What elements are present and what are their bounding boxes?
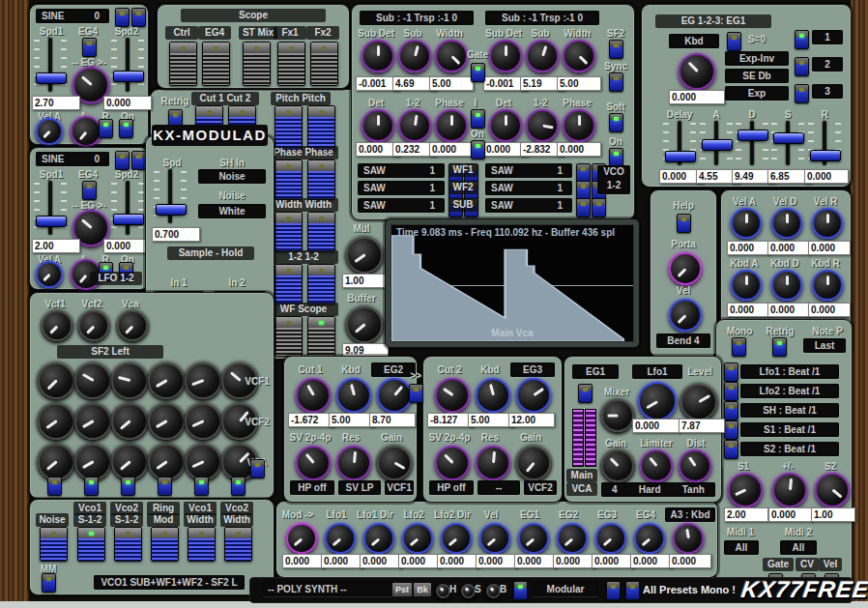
sf2-matrix-knob-r2c1[interactable] — [38, 403, 74, 440]
phase-slider-1[interactable] — [275, 159, 303, 200]
sf2-matrix-knob-r3c2[interactable] — [74, 444, 111, 480]
beat-sync-toggle-1[interactable] — [724, 362, 738, 382]
eg-curve-select-1[interactable]: Exp-Inv — [725, 51, 789, 66]
vca-limiter-knob[interactable] — [640, 449, 673, 482]
mod-amount-knob-6[interactable] — [479, 523, 510, 554]
lfo1-on-toggle[interactable] — [119, 119, 133, 138]
slider-handle[interactable] — [36, 72, 67, 84]
velkbd-kbdd-value[interactable]: 0.000 — [767, 303, 810, 317]
slider-handle[interactable] — [702, 139, 733, 151]
vca-level-value[interactable]: 7.87 — [679, 419, 725, 433]
scope-slider-eg4[interactable] — [202, 42, 230, 86]
vco2-wave-3-toggle-a[interactable] — [576, 198, 591, 217]
velkbd-velr-knob[interactable] — [812, 208, 843, 239]
lfo2-option-toggle-1[interactable] — [115, 151, 130, 170]
vco-sync-toggle[interactable] — [609, 72, 623, 92]
scope-slider-stmix[interactable] — [243, 42, 271, 86]
mod-amount-knob-11[interactable] — [673, 523, 704, 554]
seq-knob-2[interactable] — [772, 473, 807, 507]
preset-name-display[interactable]: -- POLY SYNTH -- — [262, 582, 393, 596]
lfo2-spd1-slider[interactable] — [34, 181, 67, 235]
mixer-slider-3[interactable] — [114, 527, 142, 562]
sh-in-select[interactable]: Noise — [198, 169, 266, 184]
beat-sync-toggle-2[interactable] — [724, 382, 738, 401]
sf2-matrix-knob-r1c1[interactable] — [38, 362, 74, 399]
mixer-slider-5[interactable] — [188, 527, 216, 562]
sf2-matrix-knob-r3c3[interactable] — [111, 444, 148, 480]
scope-pitch1-slider[interactable] — [275, 105, 303, 152]
vcf2-cut2-value[interactable]: -8.127 — [427, 413, 474, 427]
vcf2-cut2-knob[interactable] — [435, 378, 470, 413]
vco1-det2-knob[interactable] — [362, 109, 394, 142]
noise-color-select[interactable]: White — [198, 204, 266, 218]
vco1-waveform-2-select[interactable]: SAW1 — [358, 181, 445, 195]
phase-slider-2[interactable] — [307, 159, 335, 200]
eg-r-value[interactable]: 0.000 — [804, 169, 849, 184]
mod-amount-value-6[interactable]: 0.000 — [476, 554, 518, 568]
sf2-col-toggle-2[interactable] — [84, 477, 99, 496]
vcf1-cut1-knob[interactable] — [296, 378, 331, 413]
osc12-slider-2[interactable] — [307, 264, 335, 304]
scope-slider-fx2[interactable] — [310, 42, 338, 86]
sf2-col-toggle-4[interactable] — [158, 477, 172, 496]
lfo2-option-toggle-2[interactable] — [131, 151, 146, 170]
lfo1-wave-display[interactable]: SINE0 — [36, 9, 109, 23]
velkbd-kbda-knob[interactable] — [731, 270, 762, 301]
eg-kbd-mode-select[interactable]: Kbd — [669, 34, 719, 48]
vco2-sub-trsp-display[interactable]: Sub : -1 Trsp :-1 0 — [485, 11, 599, 25]
eg-kbd-amount-knob[interactable] — [679, 53, 715, 90]
vco2-wave-3-toggle-b[interactable] — [592, 198, 606, 217]
vca-lfo-value[interactable]: 0.000 — [632, 419, 680, 433]
lfo1-spd2-value[interactable]: 0.000 — [103, 96, 152, 110]
mod-amount-knob-4[interactable] — [402, 523, 433, 554]
mod-amount-value-5[interactable]: 0.000 — [437, 554, 479, 568]
vco1-waveform-3-select[interactable]: SAW1 — [358, 198, 445, 213]
vco-soft-toggle[interactable] — [609, 113, 623, 132]
lfo1-option-toggle-1[interactable] — [115, 8, 130, 27]
lfo1-a-knob[interactable] — [71, 116, 101, 147]
vco1-phase2-knob[interactable] — [435, 109, 468, 142]
vco2-subdet-knob[interactable] — [489, 40, 522, 72]
preset-pst-button[interactable]: Pst — [391, 582, 413, 597]
mod-amount-knob-3[interactable] — [363, 523, 394, 554]
wf-scope-slider-1[interactable] — [275, 316, 303, 357]
vco2-1-22-knob[interactable] — [526, 109, 559, 142]
seq-knob-value-2[interactable]: 0.000 — [768, 507, 813, 522]
beat-sync-select-2[interactable]: Lfo2 : Beat /1 — [740, 384, 839, 398]
mod-dest-select-11[interactable]: A3 : Kbd — [665, 507, 715, 522]
vco1-width-value[interactable]: 5.00 — [429, 76, 474, 91]
vcf1-cut1-value[interactable]: -1.672 — [288, 413, 334, 427]
porta-knob[interactable] — [669, 252, 702, 285]
mod-amount-knob-10[interactable] — [634, 523, 665, 554]
vco-gate-toggle[interactable] — [471, 63, 485, 82]
mod-amount-value-1[interactable]: 0.000 — [282, 554, 325, 568]
lfo1-option-toggle-2[interactable] — [131, 8, 146, 27]
vcf2-res-knob[interactable] — [476, 446, 510, 480]
width-slider-2[interactable] — [307, 212, 335, 252]
mod-amount-knob-5[interactable] — [441, 523, 472, 554]
mod-amount-value-9[interactable]: 0.000 — [592, 554, 634, 568]
slider-handle[interactable] — [665, 151, 696, 162]
retrig-toggle[interactable] — [772, 337, 787, 357]
eg-delay-slider[interactable] — [663, 121, 696, 165]
beat-sync-select-5[interactable]: S2 : Beat /1 — [740, 442, 839, 456]
sf2-matrix-knob-r3c4[interactable] — [148, 444, 185, 480]
sf2-matrix-knob-r3c1[interactable] — [38, 444, 74, 480]
seq-knob-value-1[interactable]: 2.00 — [724, 507, 768, 522]
sf2-matrix-knob-r1c3[interactable] — [111, 362, 148, 399]
vca-mixer-toggle[interactable] — [578, 384, 593, 403]
engine-mode-select[interactable]: Modular — [533, 582, 598, 596]
vco2-wave-1-toggle-a[interactable] — [576, 163, 591, 183]
vcf2-hp-mode-select[interactable]: HP off — [429, 480, 474, 495]
mod-amount-knob-9[interactable] — [595, 523, 626, 554]
sf2-matrix-knob-r1c4[interactable] — [148, 362, 185, 399]
vca-eg-source-select[interactable]: EG1 — [572, 364, 619, 379]
midi2-channel-select[interactable]: All — [780, 540, 817, 555]
vcf1-gain-knob[interactable] — [377, 446, 412, 480]
sf2-col-toggle-5[interactable] — [194, 477, 209, 496]
vca-voices-limiter-dist-display[interactable]: 4HardTanh — [601, 482, 715, 497]
engine-toggle[interactable] — [513, 581, 528, 600]
lfo2-wave-display[interactable]: SINE0 — [36, 152, 109, 166]
sf2-col-toggle-3[interactable] — [121, 477, 135, 496]
scope-pitch2-slider[interactable] — [307, 105, 335, 152]
